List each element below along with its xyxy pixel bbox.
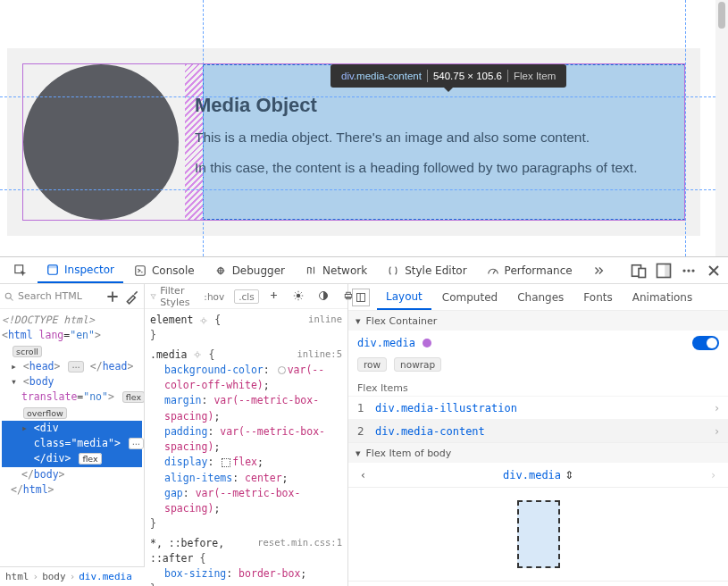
sidebar-pane: Layout Computed Changes Fonts Animations… — [348, 284, 728, 586]
subtab-computed[interactable]: Computed — [433, 285, 506, 310]
overlay-color-swatch[interactable] — [423, 339, 431, 347]
flex-inspector-icon[interactable] — [222, 458, 230, 467]
rules-body[interactable]: inline element { } inline:5 .media { bac… — [145, 309, 347, 586]
subtab-fonts[interactable]: Fonts — [574, 285, 621, 310]
inspector-tooltip: div.media-content 540.75 × 105.6 Flex It… — [331, 64, 566, 88]
rule-selector[interactable]: element — [150, 314, 193, 326]
flex-item-row[interactable]: 2 div.media-content › — [348, 419, 728, 442]
flex-item-link[interactable]: div.media-illustration — [375, 402, 517, 414]
overflow-badge[interactable]: overflow — [23, 407, 67, 419]
new-rule-button[interactable] — [264, 289, 283, 304]
page-scrollbar[interactable] — [715, 0, 728, 256]
tab-network[interactable]: Network — [296, 258, 376, 283]
responsive-mode-button[interactable] — [630, 262, 648, 280]
crumb-body[interactable]: body — [42, 571, 66, 582]
subtab-layout[interactable]: Layout — [377, 285, 431, 310]
panes-icon — [356, 292, 366, 303]
light-scheme-button[interactable] — [289, 289, 308, 305]
flex-container-section: ▾Flex Container div.media row nowrap Fle… — [348, 311, 728, 443]
svg-point-11 — [691, 269, 694, 272]
tooltip-dimensions: 540.75 × 105.6 — [428, 71, 507, 81]
tab-console[interactable]: Console — [125, 258, 204, 283]
rule-source[interactable]: reset.min.css:1 — [257, 536, 342, 550]
flex-item-link[interactable]: div.media-content — [375, 425, 485, 438]
section-title: Flex Item of body — [366, 448, 452, 459]
search-html-input[interactable]: Search HTML — [4, 290, 101, 302]
hov-button[interactable]: :hov — [199, 289, 229, 304]
close-devtools-button[interactable] — [705, 262, 723, 280]
rule-selector[interactable]: .media — [150, 348, 188, 361]
rules-toolbar: Filter Styles :hov .cls — [145, 284, 347, 309]
div-media-attrs[interactable]: class="media"> ⋯ — [2, 436, 142, 451]
tooltip-type: Flex Item — [508, 71, 561, 81]
rule-source[interactable]: inline — [308, 313, 342, 327]
dom-tree[interactable]: <!DOCTYPE html> <html lang="en"> scroll … — [0, 309, 144, 586]
scroll-badge[interactable]: scroll — [13, 346, 42, 357]
rule-selector[interactable]: *, ::before, ::after — [150, 537, 224, 565]
sun-icon — [293, 290, 304, 301]
add-node-button[interactable] — [105, 289, 121, 305]
search-placeholder: Search HTML — [18, 290, 82, 302]
head-node[interactable]: ▸ <head> ⋯ </head> — [2, 359, 142, 374]
tooltip-tag: div — [341, 71, 354, 81]
sidebar-tabs: Layout Computed Changes Fonts Animations — [348, 284, 728, 311]
crumb-div-media[interactable]: div.media — [79, 571, 132, 582]
cls-button[interactable]: .cls — [234, 289, 259, 304]
flex-container-link[interactable]: div.media — [357, 337, 415, 349]
tab-performance[interactable]: Performance — [478, 258, 582, 283]
toggle-3pane-button[interactable] — [352, 289, 370, 306]
crumb-html[interactable]: html — [5, 571, 29, 582]
tab-debugger[interactable]: Debugger — [205, 258, 294, 283]
chevron-right-icon: › — [715, 425, 719, 438]
guide-vertical — [685, 0, 686, 256]
rule-reset[interactable]: reset.min.css:1 *, ::before, ::after { b… — [150, 536, 342, 587]
div-media-close[interactable]: </div> flex — [2, 451, 142, 466]
flex-badge[interactable]: flex — [79, 453, 101, 465]
inspector-icon — [46, 264, 59, 276]
filter-styles-input[interactable]: Filter Styles — [150, 285, 194, 308]
wrap-pill: nowrap — [394, 357, 441, 372]
section-header[interactable]: ▾Flex Item of body — [348, 443, 728, 463]
pick-element-button[interactable] — [5, 258, 36, 283]
flex-badge[interactable]: flex — [122, 391, 144, 403]
eyedropper-button[interactable] — [124, 289, 140, 305]
filter-placeholder: Filter Styles — [160, 285, 194, 308]
div-media-node[interactable]: ▸ <div — [2, 421, 142, 436]
media-heading: Media Object — [195, 94, 637, 117]
dark-scheme-button[interactable] — [314, 289, 333, 305]
subtab-animations[interactable]: Animations — [623, 285, 701, 310]
overlay-toggle[interactable] — [692, 336, 719, 350]
rule-element[interactable]: inline element { } — [150, 313, 342, 344]
html-node[interactable]: <html lang="en"> — [2, 328, 142, 343]
dock-icon — [655, 262, 673, 280]
tab-style-editor[interactable]: Style Editor — [378, 258, 475, 283]
rule-source[interactable]: inline:5 — [297, 347, 342, 362]
body-node[interactable]: ▾ <body — [2, 374, 142, 389]
doctype-node[interactable]: <!DOCTYPE html> — [2, 313, 142, 328]
section-title: Flex Container — [366, 315, 438, 327]
subtab-changes[interactable]: Changes — [508, 285, 573, 310]
tabs-overflow[interactable] — [583, 258, 614, 283]
prev-item-button[interactable]: ‹ — [361, 469, 365, 481]
search-icon — [4, 291, 14, 302]
body-attrs[interactable]: translate="no"> flex — [2, 389, 142, 405]
tab-inspector[interactable]: Inspector — [38, 258, 123, 283]
next-item-button[interactable]: › — [711, 469, 715, 481]
html-close-node[interactable]: </html> — [2, 482, 142, 498]
dock-mode-button[interactable] — [655, 262, 673, 280]
color-swatch[interactable] — [278, 366, 286, 374]
body-close-node[interactable]: </body> — [2, 467, 142, 482]
eyedropper-icon — [124, 289, 140, 305]
section-header[interactable]: ▾Flex Container — [348, 311, 728, 331]
overflow-menu-button[interactable] — [680, 262, 698, 280]
breadcrumb[interactable]: html › body › div.media — [0, 566, 145, 586]
flex-item-link[interactable]: div.media — [503, 469, 561, 481]
ellipsis-badge: ⋯ — [129, 438, 144, 449]
plus-icon — [105, 289, 121, 305]
flex-item-row[interactable]: 1 div.media-illustration › — [348, 396, 728, 419]
rule-media[interactable]: inline:5 .media { background-color: var(… — [150, 347, 342, 532]
direction-pill: row — [357, 357, 387, 372]
media-content: Media Object This is a media object. The… — [195, 94, 637, 190]
console-icon — [134, 264, 146, 277]
plus-icon — [269, 290, 279, 300]
